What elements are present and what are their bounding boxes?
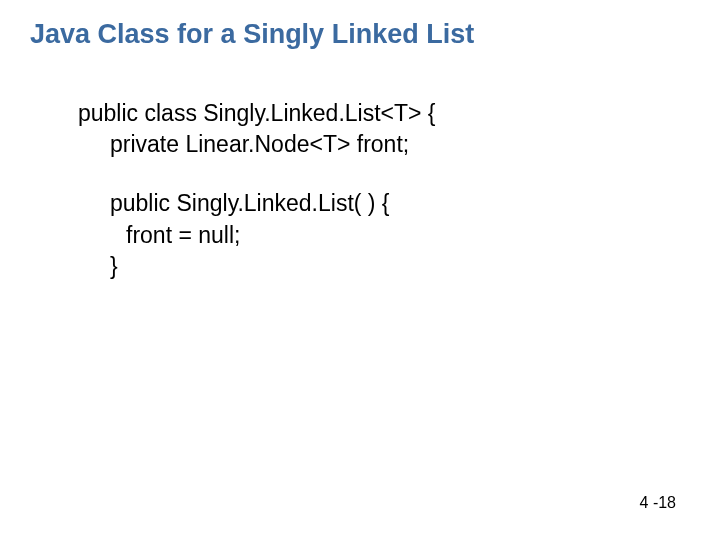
code-line: public class Singly.Linked.List<T> { [78, 98, 690, 129]
code-line: front = null; [78, 220, 690, 251]
slide-number: 4 -18 [640, 494, 676, 512]
slide-title: Java Class for a Singly Linked List [30, 18, 690, 50]
slide-container: Java Class for a Singly Linked List publ… [0, 0, 720, 540]
code-line: private Linear.Node<T> front; [78, 129, 690, 160]
code-line: public Singly.Linked.List( ) { [78, 188, 690, 219]
code-line: } [78, 251, 690, 282]
code-block: public class Singly.Linked.List<T> { pri… [78, 98, 690, 281]
spacer [78, 160, 690, 188]
